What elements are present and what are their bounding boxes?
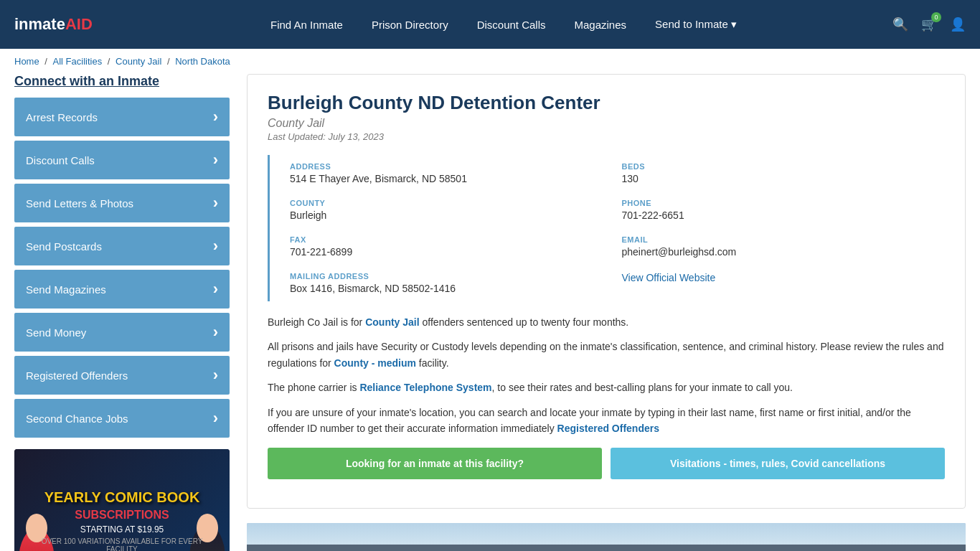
chevron-icon <box>213 151 218 169</box>
ad-starting-price: STARTING AT $19.95 <box>26 524 218 534</box>
nav-prison-directory[interactable]: Prison Directory <box>372 19 448 31</box>
info-fax: FAX 701-221-6899 <box>281 228 613 265</box>
main-nav: Find An Inmate Prison Directory Discount… <box>136 18 871 31</box>
facility-image <box>247 523 966 551</box>
main-content: Burleigh County ND Detention Center Coun… <box>247 74 966 551</box>
info-website: View Official Website <box>613 265 946 301</box>
chevron-icon <box>213 323 218 342</box>
sidebar-item-discount-calls[interactable]: Discount Calls <box>14 141 230 179</box>
facility-description: Burleigh Co Jail is for County Jail offe… <box>268 314 945 436</box>
registered-offenders-link[interactable]: Registered Offenders <box>557 423 659 434</box>
official-website-link[interactable]: View Official Website <box>622 272 716 283</box>
facility-card: Burleigh County ND Detention Center Coun… <box>247 74 966 509</box>
main-container: Connect with an Inmate Arrest Records Di… <box>0 74 980 551</box>
sidebar-ad[interactable]: YEARLY COMIC BOOK SUBSCRIPTIONS STARTING… <box>14 449 230 551</box>
sidebar-item-send-postcards[interactable]: Send Postcards <box>14 227 230 265</box>
breadcrumb-county-jail[interactable]: County Jail <box>116 56 161 67</box>
info-address: ADDRESS 514 E Thayer Ave, Bismarck, ND 5… <box>281 155 613 192</box>
sidebar-item-send-letters[interactable]: Send Letters & Photos <box>14 184 230 222</box>
chevron-icon <box>213 108 218 126</box>
visitations-cta-button[interactable]: Visitations - times, rules, Covid cancel… <box>611 448 945 479</box>
county-medium-link[interactable]: County - medium <box>334 357 416 369</box>
info-county: COUNTY Burleigh <box>281 192 613 228</box>
breadcrumb-north-dakota[interactable]: North Dakota <box>175 56 230 67</box>
ad-title-line1: YEARLY COMIC BOOK <box>26 489 218 506</box>
search-icon[interactable]: 🔍 <box>892 17 908 32</box>
facility-info-grid: ADDRESS 514 E Thayer Ave, Bismarck, ND 5… <box>268 155 945 301</box>
facility-type: County Jail <box>268 117 945 130</box>
chevron-icon <box>213 409 218 428</box>
sidebar-title: Connect with an Inmate <box>14 74 230 89</box>
site-header: inmateAID Find An Inmate Prison Director… <box>0 0 980 49</box>
cart-icon[interactable]: 🛒 0 <box>921 17 937 32</box>
cta-buttons: Looking for an inmate at this facility? … <box>268 448 945 479</box>
phone-carrier-link[interactable]: Reliance Telephone System <box>359 382 491 393</box>
sidebar-item-second-chance-jobs[interactable]: Second Chance Jobs <box>14 399 230 438</box>
breadcrumb: Home / All Facilities / County Jail / No… <box>0 49 980 74</box>
account-icon[interactable]: 👤 <box>950 17 966 32</box>
facility-last-updated: Last Updated: July 13, 2023 <box>268 131 945 142</box>
ad-title-line2: SUBSCRIPTIONS <box>26 509 218 522</box>
chevron-icon <box>213 280 218 298</box>
cart-badge: 0 <box>931 12 941 22</box>
sidebar: Connect with an Inmate Arrest Records Di… <box>14 74 230 551</box>
nav-discount-calls[interactable]: Discount Calls <box>477 19 546 31</box>
find-inmate-cta-button[interactable]: Looking for an inmate at this facility? <box>268 448 602 479</box>
county-jail-link[interactable]: County Jail <box>365 316 419 328</box>
breadcrumb-all-facilities[interactable]: All Facilities <box>53 56 103 67</box>
header-icons: 🔍 🛒 0 👤 <box>892 17 966 32</box>
breadcrumb-home[interactable]: Home <box>14 56 39 67</box>
sidebar-item-arrest-records[interactable]: Arrest Records <box>14 98 230 136</box>
facility-name: Burleigh County ND Detention Center <box>268 92 945 114</box>
info-mailing-address: MAILING ADDRESS Box 1416, Bismarck, ND 5… <box>281 265 613 301</box>
chevron-icon <box>213 366 218 385</box>
info-phone: PHONE 701-222-6651 <box>613 192 946 228</box>
nav-send-to-inmate[interactable]: Send to Inmate ▾ <box>655 18 737 31</box>
ad-footer-text: OVER 100 VARIATIONS AVAILABLE FOR EVERY … <box>26 537 218 551</box>
nav-find-inmate[interactable]: Find An Inmate <box>270 19 343 31</box>
chevron-icon <box>213 237 218 255</box>
logo[interactable]: inmateAID <box>14 15 115 34</box>
chevron-icon <box>213 194 218 212</box>
sidebar-item-registered-offenders[interactable]: Registered Offenders <box>14 356 230 395</box>
info-beds: BEDS 130 <box>613 155 946 192</box>
sidebar-item-send-magazines[interactable]: Send Magazines <box>14 270 230 309</box>
info-email: EMAIL pheinert@burleighsd.com <box>613 228 946 265</box>
nav-magazines[interactable]: Magazines <box>575 19 627 31</box>
sidebar-item-send-money[interactable]: Send Money <box>14 313 230 352</box>
